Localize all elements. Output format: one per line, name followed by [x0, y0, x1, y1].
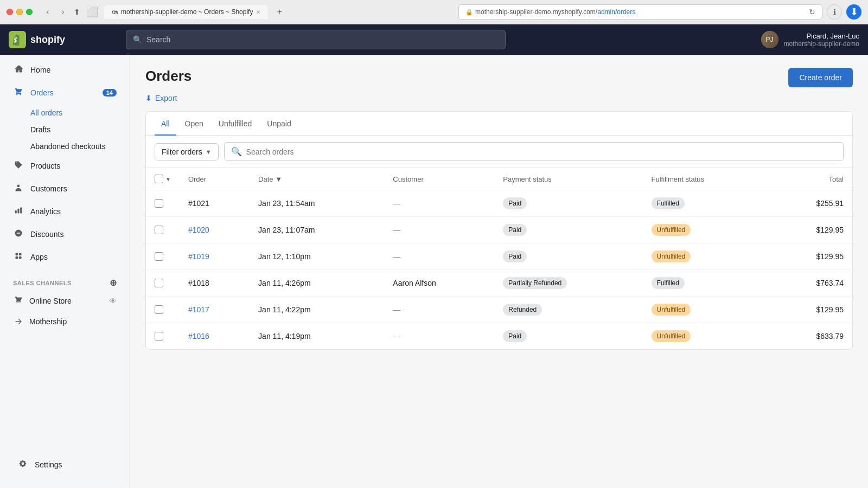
select-all-checkbox[interactable]	[155, 175, 163, 183]
date-cell: Jan 23, 11:54am	[250, 190, 384, 217]
order-link[interactable]: #1017	[188, 305, 209, 314]
order-link[interactable]: #1016	[188, 332, 209, 341]
create-order-button[interactable]: Create order	[788, 68, 853, 87]
tab-unfulfilled[interactable]: Unfulfilled	[212, 112, 258, 136]
col-order-header: Order	[180, 168, 250, 190]
row-checkbox[interactable]	[155, 332, 163, 341]
payment-cell: Paid	[494, 217, 642, 243]
sidebar-item-analytics[interactable]: Analytics	[4, 201, 125, 222]
col-customer-header: Customer	[384, 168, 494, 190]
customer-dash: —	[393, 199, 400, 208]
fulfillment-cell: Unfulfilled	[643, 217, 771, 243]
tab-open[interactable]: Open	[178, 112, 210, 136]
tab-close-icon[interactable]: ✕	[256, 9, 260, 15]
sidebar-item-settings[interactable]: Settings	[9, 454, 121, 476]
row-checkbox[interactable]	[155, 305, 163, 314]
customer-dash: —	[393, 252, 400, 261]
order-total: $255.91	[816, 199, 844, 208]
customer-cell: Aaron Alfson	[384, 270, 494, 297]
table-row[interactable]: #1016 Jan 11, 4:19pm — Paid Unfulfilled …	[146, 323, 852, 350]
mothership-label: Mothership	[29, 317, 67, 326]
filter-orders-button[interactable]: Filter orders ▼	[155, 143, 219, 160]
customer-name: Aaron Alfson	[393, 279, 436, 287]
discounts-icon	[13, 229, 24, 240]
order-date: Jan 12, 1:10pm	[258, 252, 311, 261]
eye-icon[interactable]: 👁	[109, 297, 117, 305]
new-tab-button[interactable]: +	[275, 5, 284, 19]
tab-all[interactable]: All	[155, 112, 176, 136]
reload-button[interactable]: ↻	[809, 8, 815, 16]
search-input[interactable]	[246, 147, 837, 156]
total-cell: $129.95	[771, 297, 853, 323]
row-checkbox[interactable]	[155, 226, 163, 234]
payment-badge: Partially Refunded	[503, 277, 567, 289]
fulfillment-badge: Unfulfilled	[652, 330, 691, 342]
order-link[interactable]: #1019	[188, 252, 209, 261]
order-total: $763.74	[816, 279, 844, 287]
tab-unpaid[interactable]: Unpaid	[260, 112, 297, 136]
customer-dash: —	[393, 226, 400, 234]
traffic-light-maximize[interactable]	[26, 9, 33, 15]
fulfillment-badge: Unfulfilled	[652, 304, 691, 316]
settings-label: Settings	[35, 460, 62, 469]
fulfillment-badge: Unfulfilled	[652, 251, 691, 262]
customer-cell: —	[384, 323, 494, 350]
browser-download-button[interactable]: ⬇	[846, 4, 861, 20]
sidebar-item-customers[interactable]: Customers	[4, 178, 125, 200]
sidebar-item-orders[interactable]: Orders 14	[4, 82, 125, 104]
date-cell: Jan 11, 4:26pm	[250, 270, 384, 297]
all-orders-label: All orders	[30, 108, 62, 117]
shopify-logo[interactable]: shopify	[9, 31, 117, 48]
date-cell: Jan 11, 4:22pm	[250, 297, 384, 323]
order-cell: #1020	[180, 217, 250, 243]
table-row[interactable]: #1020 Jan 23, 11:07am — Paid Unfulfilled…	[146, 217, 852, 243]
sidebar-sub-drafts[interactable]: Drafts	[4, 121, 125, 138]
row-checkbox[interactable]	[155, 252, 163, 261]
sidebar-channel-mothership[interactable]: Mothership	[4, 312, 125, 331]
orders-badge: 14	[103, 89, 117, 97]
table-row[interactable]: #1019 Jan 12, 1:10pm — Paid Unfulfilled …	[146, 243, 852, 270]
sidebar-item-discounts[interactable]: Discounts	[4, 223, 125, 245]
settings-icon	[17, 459, 28, 470]
browser-back-button[interactable]: ‹	[41, 5, 54, 18]
browser-share-button[interactable]: ⬆	[74, 8, 80, 16]
sidebar-item-home[interactable]: Home	[4, 59, 125, 81]
sidebar-item-customers-label: Customers	[30, 184, 67, 193]
browser-info-button[interactable]: ℹ	[827, 4, 842, 20]
col-date-header[interactable]: Date ▼	[250, 168, 384, 190]
browser-sidebar-button[interactable]: ⬜	[85, 4, 100, 20]
browser-forward-button[interactable]: ›	[56, 5, 69, 18]
order-link[interactable]: #1020	[188, 226, 209, 234]
sidebar-item-apps-label: Apps	[30, 253, 48, 261]
search-orders-input[interactable]: 🔍	[224, 142, 844, 161]
traffic-light-close[interactable]	[7, 9, 13, 15]
checkbox-dropdown[interactable]: ▼	[165, 176, 171, 182]
sidebar-item-products[interactable]: Products	[4, 155, 125, 177]
table-row[interactable]: #1021 Jan 23, 11:54am — Paid Fulfilled $…	[146, 190, 852, 217]
sidebar-sub-all-orders[interactable]: All orders	[4, 105, 125, 121]
order-date: Jan 11, 4:19pm	[258, 332, 311, 341]
row-checkbox[interactable]	[155, 279, 163, 287]
row-checkbox[interactable]	[155, 199, 163, 208]
url-display: mothership-supplier-demo.myshopify.com/a…	[475, 8, 635, 16]
tab-favicon: 🛍	[112, 9, 118, 15]
add-channel-button[interactable]: ⊕	[110, 278, 117, 288]
sidebar-item-apps[interactable]: Apps	[4, 246, 125, 268]
customer-cell: —	[384, 217, 494, 243]
table-row[interactable]: #1017 Jan 11, 4:22pm — Refunded Unfulfil…	[146, 297, 852, 323]
traffic-light-minimize[interactable]	[16, 9, 23, 15]
global-search[interactable]: 🔍 Search	[126, 30, 506, 49]
order-total: $633.79	[816, 332, 844, 341]
sales-channels-label: SALES CHANNELS	[13, 280, 72, 286]
select-all-checkbox-wrapper[interactable]: ▼	[155, 175, 171, 183]
export-link[interactable]: ⬇ Export	[145, 94, 853, 102]
home-icon	[13, 65, 24, 75]
sidebar-sub-abandoned[interactable]: Abandoned checkouts	[4, 138, 125, 155]
payment-cell: Paid	[494, 190, 642, 217]
browser-tab[interactable]: 🛍 mothership-supplier-demo ~ Orders ~ Sh…	[104, 5, 268, 19]
sidebar-channel-online-store[interactable]: Online Store 👁	[4, 291, 125, 311]
user-menu[interactable]: PJ Picard, Jean-Luc mothership-supplier-…	[761, 31, 859, 48]
table-row[interactable]: #1018 Jan 11, 4:26pm Aaron Alfson Partia…	[146, 270, 852, 297]
mothership-channel-icon	[13, 316, 24, 327]
order-date: Jan 23, 11:54am	[258, 199, 315, 208]
